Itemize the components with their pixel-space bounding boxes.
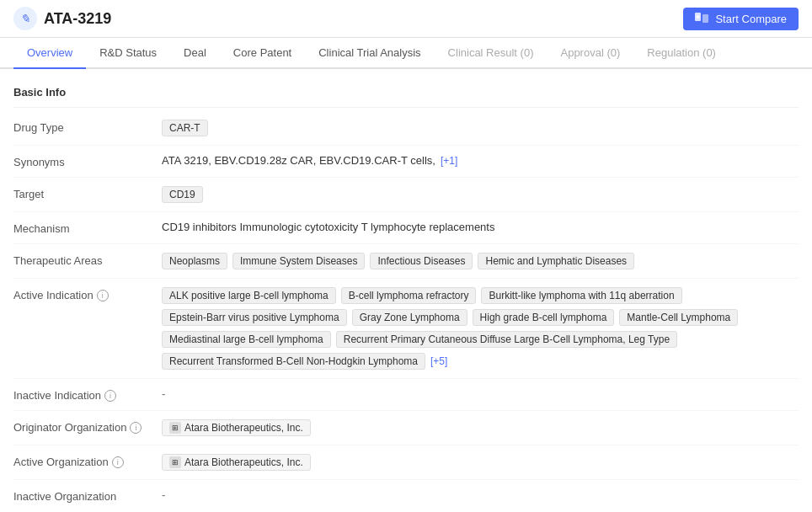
row-active-org: Active Organization i ⊞ Atara Biotherape…	[13, 445, 799, 480]
svg-rect-1	[702, 14, 708, 23]
mechanism-text: CD19 inhibitors Immunologic cytotoxicity…	[162, 221, 494, 233]
tag-b-cell-refractory[interactable]: B-cell lymphoma refractory	[341, 287, 477, 304]
label-inactive-indication: Inactive Indication i	[13, 387, 148, 402]
row-mechanism: Mechanism CD19 inhibitors Immunologic cy…	[13, 212, 799, 244]
row-synonyms: Synonyms ATA 3219, EBV.CD19.28z CAR, EBV…	[13, 146, 799, 178]
synonyms-text: ATA 3219, EBV.CD19.28z CAR, EBV.CD19.CAR…	[162, 154, 435, 167]
label-synonyms: Synonyms	[13, 154, 148, 168]
inactive-indication-dash: -	[162, 387, 165, 400]
label-therapeutic-areas: Therapeutic Areas	[13, 253, 148, 267]
logo-icon: ✎	[13, 7, 37, 30]
active-org-info-icon[interactable]: i	[112, 456, 124, 468]
value-originator-org: ⊞ Atara Biotherapeutics, Inc.	[162, 419, 799, 436]
tag-neoplasms[interactable]: Neoplasms	[162, 253, 227, 269]
value-active-org: ⊞ Atara Biotherapeutics, Inc.	[162, 454, 799, 471]
label-active-org: Active Organization i	[13, 454, 148, 468]
compare-icon	[695, 13, 710, 24]
value-inactive-org: -	[162, 488, 799, 501]
tag-alk-positive[interactable]: ALK positive large B-cell lymphoma	[162, 287, 336, 304]
tag-recurrent-primary[interactable]: Recurrent Primary Cutaneous Diffuse Larg…	[336, 331, 677, 348]
row-active-indication: Active Indication i ALK positive large B…	[13, 279, 799, 379]
inactive-org-dash: -	[162, 488, 165, 501]
label-target: Target	[13, 186, 148, 200]
active-indication-more-link[interactable]: [+5]	[430, 355, 447, 367]
tag-cd19[interactable]: CD19	[162, 186, 203, 203]
tag-burkitt[interactable]: Burkitt-like lymphoma with 11q aberratio…	[481, 287, 681, 304]
label-active-indication: Active Indication i	[13, 287, 148, 301]
tag-mantle-cell[interactable]: Mantle-Cell Lymphoma	[619, 309, 738, 326]
label-inactive-org: Inactive Organization	[13, 488, 148, 503]
tag-epstein-barr[interactable]: Epstein-Barr virus positive Lymphoma	[162, 309, 347, 326]
org-icon-active: ⊞	[169, 456, 181, 468]
value-inactive-indication: -	[162, 387, 799, 400]
org-icon-originator: ⊞	[169, 422, 181, 434]
tab-clinical-result: Clinical Result (0)	[435, 38, 548, 69]
drug-title: ATA-3219	[44, 10, 111, 28]
row-therapeutic-areas: Therapeutic Areas Neoplasms Immune Syste…	[13, 244, 799, 279]
section-title: Basic Info	[13, 83, 799, 108]
row-originator-org: Originator Organization i ⊞ Atara Biothe…	[13, 411, 799, 445]
tag-high-grade[interactable]: High grade B-cell lymphoma	[473, 309, 615, 326]
originator-org-info-icon[interactable]: i	[130, 422, 142, 434]
header-left: ✎ ATA-3219	[13, 7, 111, 30]
tab-rd-status[interactable]: R&D Status	[86, 38, 170, 69]
header: ✎ ATA-3219 Start Compare	[0, 0, 812, 38]
tab-overview[interactable]: Overview	[13, 38, 86, 69]
row-inactive-indication: Inactive Indication i -	[13, 379, 799, 411]
active-indication-info-icon[interactable]: i	[97, 290, 109, 301]
synonyms-more-link[interactable]: [+1]	[441, 155, 457, 167]
tag-immune-system[interactable]: Immune System Diseases	[232, 253, 365, 269]
row-inactive-org: Inactive Organization -	[13, 480, 799, 505]
label-drug-type: Drug Type	[13, 120, 148, 134]
tab-core-patent[interactable]: Core Patent	[220, 38, 305, 69]
start-compare-label: Start Compare	[715, 13, 787, 25]
row-drug-type: Drug Type CAR-T	[13, 111, 799, 146]
tag-mediastinal[interactable]: Mediastinal large B-cell lymphoma	[162, 331, 331, 348]
value-therapeutic-areas: Neoplasms Immune System Diseases Infecti…	[162, 253, 799, 269]
nav-tabs: Overview R&D Status Deal Core Patent Cli…	[0, 38, 812, 69]
row-target: Target CD19	[13, 178, 799, 212]
value-mechanism: CD19 inhibitors Immunologic cytotoxicity…	[162, 221, 799, 233]
tab-deal[interactable]: Deal	[170, 38, 220, 69]
label-originator-org: Originator Organization i	[13, 419, 148, 434]
tag-atara-active[interactable]: ⊞ Atara Biotherapeutics, Inc.	[162, 454, 311, 471]
value-target: CD19	[162, 186, 799, 203]
tag-gray-zone[interactable]: Gray Zone Lymphoma	[352, 309, 467, 326]
tag-recurrent-transformed[interactable]: Recurrent Transformed B-Cell Non-Hodgkin…	[162, 353, 425, 370]
content: Basic Info Drug Type CAR-T Synonyms ATA …	[0, 69, 812, 505]
tag-infectious-diseases[interactable]: Infectious Diseases	[370, 253, 473, 269]
tab-regulation: Regulation (0)	[633, 38, 729, 69]
tab-approval: Approval (0)	[547, 38, 633, 69]
tag-atara-originator[interactable]: ⊞ Atara Biotherapeutics, Inc.	[162, 419, 311, 436]
start-compare-button[interactable]: Start Compare	[683, 8, 799, 30]
inactive-indication-info-icon[interactable]: i	[104, 390, 116, 402]
value-drug-type: CAR-T	[162, 120, 799, 136]
label-mechanism: Mechanism	[13, 221, 148, 235]
tag-hemic-lymphatic[interactable]: Hemic and Lymphatic Diseases	[478, 253, 634, 269]
value-synonyms: ATA 3219, EBV.CD19.28z CAR, EBV.CD19.CAR…	[162, 154, 799, 167]
tag-car-t[interactable]: CAR-T	[162, 120, 208, 136]
tab-clinical-trial[interactable]: Clinical Trial Analysis	[305, 38, 434, 69]
value-active-indication: ALK positive large B-cell lymphoma B-cel…	[162, 287, 799, 370]
